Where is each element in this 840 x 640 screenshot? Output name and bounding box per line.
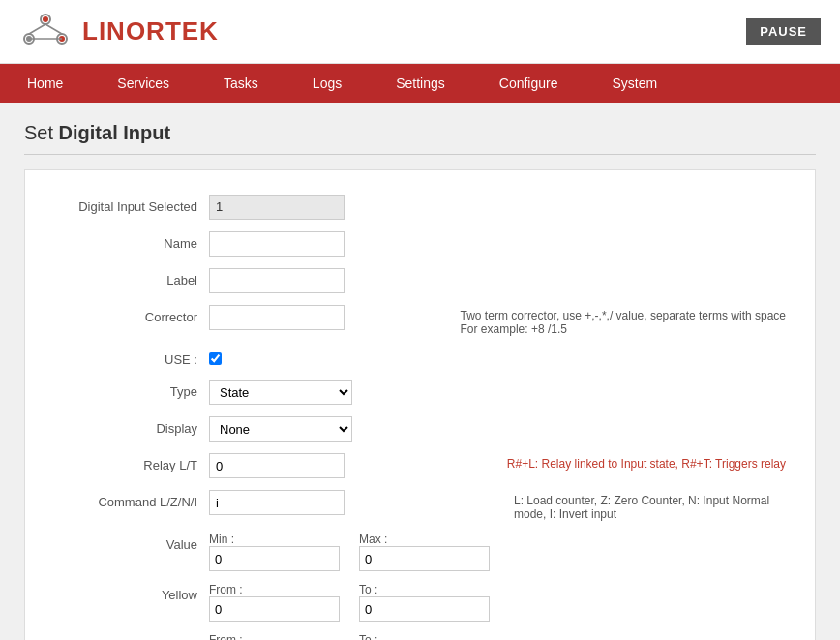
yellow-label: Yellow <box>54 583 209 602</box>
red-to-label: To : <box>359 633 490 640</box>
display-row: Display None Bar Gauge <box>54 416 786 442</box>
label-input[interactable] <box>209 268 345 293</box>
name-input[interactable] <box>209 231 345 257</box>
value-max-label: Max : <box>359 533 490 546</box>
relay-lt-input[interactable] <box>209 453 345 478</box>
relay-lt-hint-link[interactable]: R#+L: Relay linked to Input state, R#+T:… <box>507 457 786 471</box>
relay-lt-row: Relay L/T R#+L: Relay linked to Input st… <box>54 453 786 478</box>
logo-text-accent: TEK <box>165 16 219 46</box>
red-from-label: From : <box>209 633 340 640</box>
digital-input-selected-field: 1 <box>209 195 499 220</box>
label-row: Label <box>54 268 786 293</box>
corrector-row: Corrector Two term corrector, use +,-,*,… <box>54 305 786 336</box>
value-row: Value Min : Max : <box>54 533 786 571</box>
svg-line-7 <box>45 24 62 34</box>
yellow-from-input[interactable] <box>209 596 340 622</box>
logo-text: LINORTEK <box>82 16 219 46</box>
type-label: Type <box>54 380 209 399</box>
main-nav: Home Services Tasks Logs Settings Config… <box>0 64 840 103</box>
corrector-hint: Two term corrector, use +,-,*,/ value, s… <box>461 305 786 336</box>
yellow-to-label: To : <box>359 583 490 596</box>
value-min-input[interactable] <box>209 546 340 571</box>
yellow-to-group: To : <box>359 583 490 622</box>
logo: LINORTEK <box>19 10 219 53</box>
svg-line-6 <box>29 24 45 34</box>
logo-text-normal: LINOR <box>82 16 165 46</box>
corrector-hint-line2: For example: +8 /1.5 <box>461 322 786 336</box>
red-label: Red <box>54 633 209 640</box>
use-row: USE : <box>54 348 786 368</box>
corrector-input[interactable] <box>209 305 345 330</box>
value-field: Min : Max : <box>209 533 499 571</box>
nav-home[interactable]: Home <box>0 64 90 103</box>
command-input[interactable] <box>209 490 345 515</box>
yellow-to-input[interactable] <box>359 596 490 622</box>
corrector-label: Corrector <box>54 305 209 324</box>
value-max-input[interactable] <box>359 546 490 571</box>
form-container: Digital Input Selected 1 Name Label Corr… <box>24 169 816 640</box>
page-content: Set Digital Input Digital Input Selected… <box>0 103 840 640</box>
display-select[interactable]: None Bar Gauge <box>209 416 352 442</box>
display-field: None Bar Gauge <box>209 416 499 442</box>
corrector-field <box>209 305 446 330</box>
pause-button[interactable]: PAUSE <box>746 18 821 45</box>
relay-lt-field <box>209 453 493 478</box>
command-label: Command L/Z/N/I <box>54 490 209 509</box>
command-field <box>209 490 499 515</box>
yellow-field: From : To : <box>209 583 499 622</box>
label-field <box>209 268 499 293</box>
corrector-hint-line1: Two term corrector, use +,-,*,/ value, s… <box>461 309 786 322</box>
nav-configure[interactable]: Configure <box>472 64 585 103</box>
name-row: Name <box>54 231 786 257</box>
nav-tasks[interactable]: Tasks <box>196 64 285 103</box>
use-field <box>209 348 499 368</box>
relay-lt-hint: R#+L: Relay linked to Input state, R#+T:… <box>507 453 786 471</box>
nav-services[interactable]: Services <box>90 64 196 103</box>
type-field: State Counter Pulse <box>209 380 499 405</box>
name-label: Name <box>54 231 209 251</box>
type-row: Type State Counter Pulse <box>54 380 786 405</box>
command-hint: L: Load counter, Z: Zero Counter, N: Inp… <box>514 490 785 521</box>
svg-point-3 <box>43 16 48 22</box>
label-label: Label <box>54 268 209 288</box>
type-select[interactable]: State Counter Pulse <box>209 380 352 405</box>
page-title-bold: Digital Input <box>59 122 171 143</box>
digital-input-selected-value: 1 <box>209 195 345 220</box>
value-max-group: Max : <box>359 533 490 571</box>
command-row: Command L/Z/N/I L: Load counter, Z: Zero… <box>54 490 786 521</box>
red-field: From : To : <box>209 633 499 640</box>
use-label: USE : <box>54 348 209 367</box>
value-min-label: Min : <box>209 533 340 546</box>
relay-lt-label: Relay L/T <box>54 453 209 472</box>
logo-icon <box>19 10 73 53</box>
value-min-group: Min : <box>209 533 340 571</box>
red-row: Red From : To : <box>54 633 786 640</box>
digital-input-selected-label: Digital Input Selected <box>54 195 209 214</box>
nav-settings[interactable]: Settings <box>369 64 472 103</box>
nav-system[interactable]: System <box>585 64 685 103</box>
page-title-normal: Set <box>24 122 59 143</box>
nav-logs[interactable]: Logs <box>285 64 369 103</box>
yellow-row: Yellow From : To : <box>54 583 786 622</box>
name-field <box>209 231 499 257</box>
value-label: Value <box>54 533 209 552</box>
yellow-from-group: From : <box>209 583 340 622</box>
red-to-group: To : <box>359 633 490 640</box>
red-from-group: From : <box>209 633 340 640</box>
display-label: Display <box>54 416 209 436</box>
page-title: Set Digital Input <box>24 122 816 155</box>
use-checkbox[interactable] <box>209 352 222 365</box>
digital-input-selected-row: Digital Input Selected 1 <box>54 195 786 220</box>
yellow-from-label: From : <box>209 583 340 596</box>
header: LINORTEK PAUSE <box>0 0 840 64</box>
